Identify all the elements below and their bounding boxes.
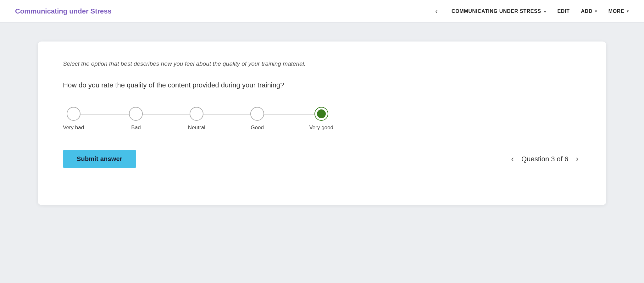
next-question-button[interactable]: ›	[573, 153, 581, 165]
rating-label-bad: Bad	[131, 125, 141, 131]
rating-label-neutral: Neutral	[188, 125, 205, 131]
question-navigation: ‹ Question 3 of 6 ›	[508, 153, 581, 165]
rating-label-good: Good	[251, 125, 264, 131]
edit-button[interactable]: EDIT	[558, 8, 570, 14]
radio-very-bad[interactable]	[67, 107, 80, 121]
submit-answer-button[interactable]: Submit answer	[63, 150, 136, 168]
radio-inner-very-good	[317, 109, 326, 118]
rating-scale: Very bad Bad Neutral Good	[63, 107, 333, 131]
rating-option-very-good[interactable]: Very good	[309, 107, 333, 131]
more-button[interactable]: MORE ▾	[608, 8, 629, 14]
app-title-container: Communicating under Stress	[15, 7, 112, 15]
radio-good[interactable]	[250, 107, 264, 121]
rating-label-very-good: Very good	[309, 125, 333, 131]
card-bottom: Submit answer ‹ Question 3 of 6 ›	[63, 150, 581, 168]
course-title: COMMUNICATING UNDER STRESS ▾	[452, 8, 546, 14]
rating-option-very-bad[interactable]: Very bad	[63, 107, 84, 131]
rating-option-good[interactable]: Good	[250, 107, 264, 131]
prev-question-button[interactable]: ‹	[508, 153, 516, 165]
rating-option-neutral[interactable]: Neutral	[188, 107, 205, 131]
rating-label-very-bad: Very bad	[63, 125, 84, 131]
main-content: Select the option that best describes ho…	[0, 23, 644, 224]
question-text: How do you rate the quality of the conte…	[63, 81, 581, 89]
top-navigation: Communicating under Stress ‹ COMMUNICATI…	[0, 0, 644, 23]
question-counter: Question 3 of 6	[521, 155, 568, 163]
back-button[interactable]: ‹	[433, 6, 440, 17]
rating-option-bad[interactable]: Bad	[129, 107, 143, 131]
add-button[interactable]: ADD ▾	[581, 8, 597, 14]
radio-bad[interactable]	[129, 107, 143, 121]
card-instruction: Select the option that best describes ho…	[63, 60, 581, 67]
more-dropdown-arrow: ▾	[627, 9, 629, 14]
radio-neutral[interactable]	[190, 107, 203, 121]
app-title: Communicating under Stress	[15, 7, 112, 15]
course-title-dropdown-arrow[interactable]: ▾	[544, 9, 546, 14]
add-dropdown-arrow: ▾	[595, 9, 597, 14]
question-card: Select the option that best describes ho…	[38, 42, 606, 205]
topnav-right: ‹ COMMUNICATING UNDER STRESS ▾ EDIT ADD …	[433, 6, 629, 17]
rating-options: Very bad Bad Neutral Good	[63, 107, 333, 131]
radio-very-good[interactable]	[314, 107, 328, 121]
